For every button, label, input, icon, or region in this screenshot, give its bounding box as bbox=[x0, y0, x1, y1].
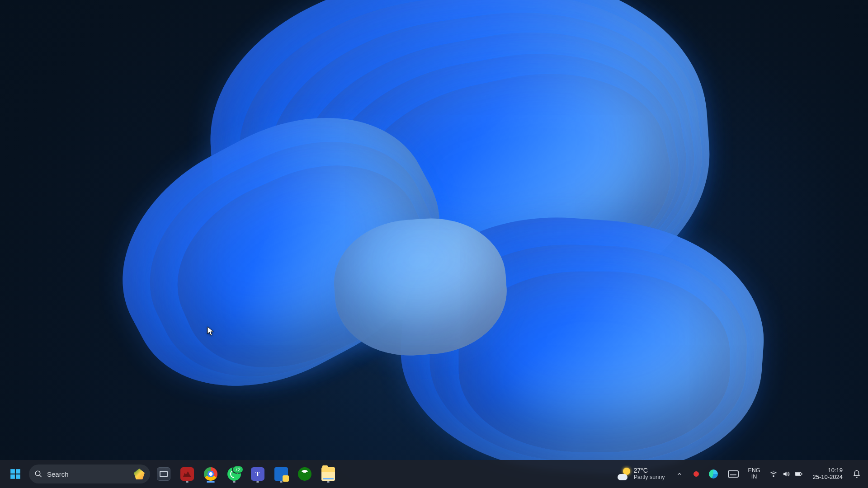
svg-rect-9 bbox=[801, 474, 802, 475]
weather-widget[interactable]: 27°C Partly sunny bbox=[614, 464, 669, 484]
language-switcher[interactable]: ENG IN bbox=[746, 464, 762, 484]
weather-temperature: 27°C bbox=[634, 467, 665, 474]
taskbar-app-teams[interactable] bbox=[248, 464, 268, 484]
bell-icon bbox=[853, 469, 861, 479]
language-region: IN bbox=[751, 474, 757, 480]
svg-line-5 bbox=[39, 475, 42, 477]
clock-date: 25-10-2024 bbox=[813, 474, 843, 481]
task-view-button[interactable] bbox=[154, 464, 174, 484]
svg-rect-0 bbox=[10, 469, 15, 474]
tray-icon-edge[interactable] bbox=[706, 464, 721, 484]
search-icon bbox=[34, 470, 42, 478]
whatsapp-icon: 72 bbox=[227, 467, 241, 481]
xbox-icon bbox=[298, 467, 311, 481]
language-code: ENG bbox=[748, 468, 760, 474]
task-view-icon bbox=[157, 467, 170, 481]
quick-settings-button[interactable] bbox=[767, 464, 806, 484]
whatsapp-badge: 72 bbox=[232, 465, 244, 474]
chevron-up-icon bbox=[676, 471, 683, 477]
svg-marker-7 bbox=[783, 472, 787, 477]
teams-icon bbox=[251, 467, 264, 481]
svg-rect-1 bbox=[16, 469, 20, 474]
taskbar-search[interactable]: Search bbox=[29, 465, 150, 483]
search-placeholder: Search bbox=[47, 470, 69, 478]
clock-time: 10:19 bbox=[828, 467, 843, 474]
taskbar-app-whatsapp[interactable]: 72 bbox=[224, 464, 244, 484]
svg-rect-10 bbox=[796, 473, 800, 475]
wifi-icon bbox=[769, 470, 778, 478]
taskbar-app-xbox[interactable] bbox=[295, 464, 315, 484]
svg-rect-3 bbox=[16, 474, 20, 479]
svg-rect-2 bbox=[10, 474, 15, 479]
volume-icon bbox=[782, 470, 790, 478]
quick-assist-icon bbox=[274, 467, 288, 481]
tray-icon-recording[interactable] bbox=[691, 464, 702, 484]
start-button[interactable] bbox=[5, 464, 25, 484]
taskbar-app-chrome[interactable] bbox=[201, 464, 221, 484]
edge-icon bbox=[709, 469, 718, 479]
taskbar-app-red[interactable] bbox=[177, 464, 197, 484]
taskbar-app-file-explorer[interactable] bbox=[318, 464, 338, 484]
red-app-icon bbox=[180, 467, 194, 481]
keyboard-icon bbox=[728, 470, 739, 478]
tray-icon-touch-keyboard[interactable] bbox=[725, 464, 741, 484]
battery-icon bbox=[795, 470, 803, 478]
clock-button[interactable]: 10:19 25-10-2024 bbox=[810, 464, 846, 484]
svg-point-4 bbox=[35, 471, 40, 476]
taskbar-app-quickassist[interactable] bbox=[271, 464, 291, 484]
taskbar: Search 72 27°C Partly sunny bbox=[0, 460, 868, 488]
file-explorer-icon bbox=[321, 467, 335, 481]
search-highlight-icon bbox=[134, 469, 145, 479]
svg-point-6 bbox=[773, 476, 774, 477]
notifications-button[interactable] bbox=[850, 464, 863, 484]
recording-dot-icon bbox=[693, 471, 699, 477]
weather-condition: Partly sunny bbox=[634, 474, 665, 481]
windows-logo-icon bbox=[9, 468, 21, 480]
weather-partly-sunny-icon bbox=[618, 468, 630, 480]
chrome-icon bbox=[204, 467, 217, 481]
tray-overflow-button[interactable] bbox=[673, 464, 686, 484]
mouse-cursor-icon bbox=[207, 326, 214, 338]
